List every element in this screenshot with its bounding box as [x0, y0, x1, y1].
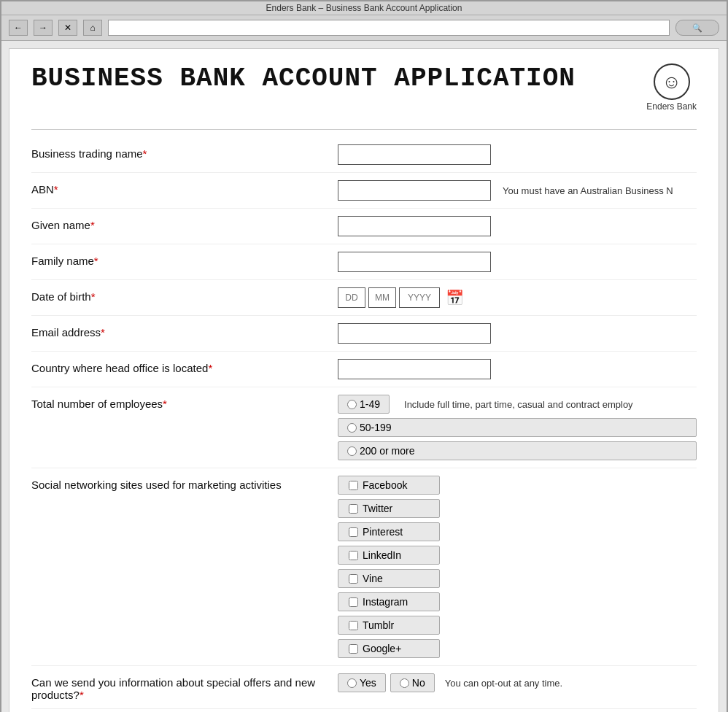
business-trading-name-controls	[338, 144, 697, 165]
social-twitter-checkbox[interactable]	[349, 504, 358, 514]
social-controls: Facebook Twitter Pinterest LinkedIn	[338, 476, 697, 658]
business-trading-name-row: Business trading name*	[31, 137, 697, 173]
employees-note: Include full time, part time, casual and…	[404, 399, 633, 410]
browser-title: Enders Bank – Business Bank Account Appl…	[1, 1, 727, 15]
special-offers-radio-row: Yes No You can opt-out at any time.	[338, 673, 697, 692]
business-trading-name-input[interactable]	[338, 144, 491, 165]
employees-50-199-option[interactable]: 50-199	[338, 418, 697, 437]
special-offers-yes-radio[interactable]	[347, 678, 357, 688]
abn-controls: You must have an Australian Business N	[338, 180, 697, 201]
dob-mm-input[interactable]	[368, 287, 396, 308]
family-name-row: Family name*	[31, 244, 697, 280]
employees-200plus-label: 200 or more	[360, 445, 414, 457]
country-label: Country where head office is located*	[31, 359, 338, 374]
family-name-input[interactable]	[338, 252, 491, 272]
social-twitter-option[interactable]: Twitter	[338, 499, 440, 518]
special-offers-controls: Yes No You can opt-out at any time.	[338, 673, 697, 692]
required-star: *	[90, 219, 95, 231]
application-form: Business trading name* ABN* You must hav…	[31, 129, 697, 712]
abn-row: ABN* You must have an Australian Busines…	[31, 173, 697, 209]
employees-200plus-option[interactable]: 200 or more	[338, 441, 697, 460]
social-instagram-label: Instagram	[363, 596, 408, 608]
employees-label: Total number of employees*	[31, 395, 338, 410]
special-offers-yes-label: Yes	[360, 677, 376, 689]
stop-button[interactable]: ✕	[58, 20, 77, 36]
date-row: 📅	[338, 287, 697, 308]
social-vine-checkbox[interactable]	[349, 574, 358, 584]
social-tumblr-label: Tumblr	[363, 619, 394, 631]
browser-toolbar: ← → ✕ ⌂ 🔍	[1, 15, 727, 41]
required-star: *	[143, 147, 147, 160]
required-star: *	[208, 362, 212, 374]
employees-200plus-radio[interactable]	[347, 446, 357, 456]
given-name-row: Given name*	[31, 209, 697, 244]
email-label: Email address*	[31, 323, 338, 338]
dob-row: Date of birth* 📅	[31, 280, 697, 316]
special-offers-row: Can we send you information about specia…	[31, 666, 697, 709]
email-row: Email address*	[31, 316, 697, 352]
required-star: *	[91, 290, 96, 303]
special-offers-yes-option[interactable]: Yes	[338, 673, 386, 692]
opt-out-note: You can opt-out at any time.	[445, 678, 562, 689]
page-content: BUSINESS BANK ACCOUNT APPLICATION ☺ Ende…	[9, 48, 719, 712]
abn-note: You must have an Australian Business N	[503, 185, 673, 196]
special-offers-label: Can we send you information about specia…	[31, 673, 338, 701]
social-facebook-label: Facebook	[363, 479, 407, 491]
social-vine-option[interactable]: Vine	[338, 569, 440, 588]
special-offers-no-label: No	[412, 677, 425, 689]
social-googleplus-checkbox[interactable]	[349, 644, 358, 654]
search-button[interactable]: 🔍	[675, 20, 719, 36]
social-googleplus-option[interactable]: Google+	[338, 639, 440, 658]
required-star: *	[80, 689, 84, 701]
given-name-label: Given name*	[31, 216, 338, 231]
abn-input[interactable]	[338, 180, 491, 201]
employees-50-199-radio[interactable]	[347, 423, 357, 433]
employees-50-199-label: 50-199	[360, 422, 392, 433]
employees-row: Total number of employees* 1-49 Include …	[31, 387, 697, 468]
social-instagram-option[interactable]: Instagram	[338, 592, 440, 611]
social-linkedin-option[interactable]: LinkedIn	[338, 546, 440, 565]
social-facebook-option[interactable]: Facebook	[338, 476, 440, 495]
home-button[interactable]: ⌂	[83, 20, 102, 36]
social-tumblr-option[interactable]: Tumblr	[338, 616, 440, 635]
special-offers-no-radio[interactable]	[400, 678, 409, 688]
social-pinterest-checkbox[interactable]	[349, 527, 358, 537]
social-vine-label: Vine	[363, 573, 383, 584]
employees-1-49-radio[interactable]	[347, 400, 357, 409]
country-input[interactable]	[338, 359, 491, 379]
social-pinterest-option[interactable]: Pinterest	[338, 522, 440, 541]
smiley-icon: ☺	[654, 63, 690, 100]
url-bar[interactable]	[108, 20, 670, 36]
required-star: *	[54, 183, 58, 196]
country-row: Country where head office is located*	[31, 352, 697, 387]
social-linkedin-checkbox[interactable]	[349, 551, 358, 560]
email-input[interactable]	[338, 323, 491, 344]
social-pinterest-label: Pinterest	[363, 526, 403, 538]
calendar-icon[interactable]: 📅	[446, 289, 464, 306]
email-controls	[338, 323, 697, 344]
required-star: *	[94, 255, 98, 267]
given-name-input[interactable]	[338, 216, 491, 236]
dob-dd-input[interactable]	[338, 287, 365, 308]
employees-controls: 1-49 Include full time, part time, casua…	[338, 395, 697, 460]
social-googleplus-label: Google+	[363, 643, 401, 654]
family-name-controls	[338, 252, 697, 272]
social-label: Social networking sites used for marketi…	[31, 476, 338, 491]
social-facebook-checkbox[interactable]	[349, 481, 358, 490]
forward-button[interactable]: →	[34, 20, 53, 36]
given-name-controls	[338, 216, 697, 236]
employees-1-49-label: 1-49	[360, 398, 380, 410]
dob-yyyy-input[interactable]	[399, 287, 440, 308]
special-offers-no-option[interactable]: No	[390, 673, 435, 692]
page-title: BUSINESS BANK ACCOUNT APPLICATION	[31, 63, 576, 93]
bank-logo: ☺ Enders Bank	[646, 63, 697, 112]
social-row: Social networking sites used for marketi…	[31, 468, 697, 666]
back-button[interactable]: ←	[9, 20, 28, 36]
social-tumblr-checkbox[interactable]	[349, 621, 358, 630]
social-instagram-checkbox[interactable]	[349, 597, 358, 607]
required-star: *	[101, 326, 105, 338]
country-controls	[338, 359, 697, 379]
employees-1-49-option[interactable]: 1-49	[338, 395, 390, 414]
social-linkedin-label: LinkedIn	[363, 549, 401, 561]
bank-name: Enders Bank	[646, 101, 697, 112]
